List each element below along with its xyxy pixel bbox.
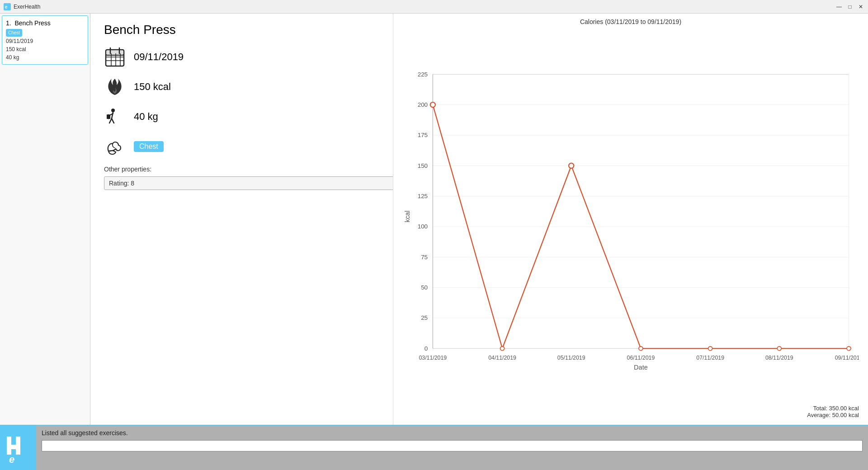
muscle-tag: Chest: [134, 141, 164, 152]
chart-total: Total: 350.00 kcal: [402, 405, 859, 412]
status-message-area: Listed all suggested exercises.: [36, 426, 868, 470]
app-logo: e: [0, 426, 36, 470]
detail-weight-value: 40 kg: [134, 111, 158, 123]
svg-point-53: [639, 347, 643, 351]
svg-text:150: 150: [418, 162, 428, 169]
detail-calories-row: 150 kcal: [104, 76, 379, 98]
svg-line-14: [112, 119, 114, 123]
window-controls[interactable]: — □ ✕: [835, 3, 864, 10]
chart-svg: 0 25 50 75 100 125 150 175 200 225 kcal …: [402, 30, 859, 403]
status-message: Listed all suggested exercises.: [42, 429, 863, 437]
svg-point-55: [777, 347, 781, 351]
sidebar-item-tag: Chest: [6, 29, 22, 37]
svg-text:225: 225: [418, 71, 428, 78]
other-properties-label: Other properties:: [104, 166, 379, 173]
svg-text:06/11/2019: 06/11/2019: [627, 355, 655, 361]
logo-svg: e: [5, 432, 32, 464]
sidebar-item-weight: 40 kg: [6, 53, 84, 62]
detail-muscle-row: Chest: [104, 136, 379, 157]
svg-text:125: 125: [418, 193, 428, 199]
chart-title: Calories (03/11/2019 to 09/11/2019): [402, 18, 859, 25]
svg-text:0: 0: [425, 345, 428, 352]
status-input[interactable]: [42, 440, 863, 451]
detail-calories-value: 150 kcal: [134, 81, 171, 93]
svg-text:100: 100: [418, 223, 428, 230]
status-bar: e Listed all suggested exercises.: [0, 425, 868, 470]
other-properties-input[interactable]: [104, 176, 393, 190]
svg-text:Date: Date: [634, 364, 648, 371]
detail-date-value: 09/11/2019: [134, 51, 184, 63]
detail-panel: Bench Press 09/11/2019: [90, 14, 393, 425]
svg-point-54: [708, 347, 712, 351]
detail-weight-row: 40 kg: [104, 106, 379, 128]
svg-text:200: 200: [418, 101, 428, 108]
svg-rect-18: [109, 114, 110, 119]
sidebar-item-number-name: 1. Bench Press: [6, 19, 84, 28]
calendar-icon: [104, 46, 126, 68]
svg-text:08/11/2019: 08/11/2019: [765, 355, 793, 361]
minimize-button[interactable]: —: [835, 3, 843, 10]
chart-stats: Total: 350.00 kcal Average: 50.00 kcal: [402, 403, 859, 420]
sidebar-item[interactable]: 1. Bench Press Chest 09/11/2019 150 kcal…: [2, 15, 88, 65]
close-button[interactable]: ✕: [857, 3, 864, 10]
svg-line-13: [109, 119, 112, 123]
svg-text:07/11/2019: 07/11/2019: [696, 355, 724, 361]
flame-icon: [104, 76, 126, 98]
chart-panel: Calories (03/11/2019 to 09/11/2019): [393, 14, 868, 425]
svg-text:kcal: kcal: [404, 211, 411, 223]
svg-point-51: [500, 347, 505, 351]
svg-text:175: 175: [418, 132, 428, 138]
svg-text:75: 75: [421, 254, 428, 261]
sidebar: 1. Bench Press Chest 09/11/2019 150 kcal…: [0, 14, 90, 425]
svg-point-52: [569, 163, 574, 168]
svg-text:05/11/2019: 05/11/2019: [557, 355, 585, 361]
app-icon: e: [4, 3, 11, 10]
svg-text:e: e: [9, 454, 14, 464]
svg-rect-59: [16, 437, 20, 455]
chart-area: 0 25 50 75 100 125 150 175 200 225 kcal …: [402, 30, 859, 403]
weightlifter-icon: [104, 106, 126, 128]
svg-text:50: 50: [421, 284, 428, 291]
svg-text:03/11/2019: 03/11/2019: [419, 355, 447, 361]
svg-text:25: 25: [421, 314, 428, 321]
maximize-button[interactable]: □: [846, 3, 854, 10]
svg-point-50: [430, 102, 435, 107]
title-bar: e ExerHealth — □ ✕: [0, 0, 868, 14]
svg-point-56: [847, 347, 851, 351]
muscle-icon: [104, 136, 126, 157]
svg-text:09/11/2019: 09/11/2019: [835, 355, 859, 361]
main-container: 1. Bench Press Chest 09/11/2019 150 kcal…: [0, 14, 868, 425]
detail-date-row: 09/11/2019: [104, 46, 379, 68]
svg-rect-3: [106, 50, 124, 55]
svg-rect-17: [107, 114, 108, 119]
detail-title: Bench Press: [104, 23, 379, 37]
sidebar-item-date: 09/11/2019: [6, 37, 84, 45]
svg-rect-19: [433, 74, 849, 348]
sidebar-item-kcal: 150 kcal: [6, 45, 84, 53]
svg-text:04/11/2019: 04/11/2019: [488, 355, 516, 361]
svg-text:e: e: [5, 5, 8, 9]
app-title: ExerHealth: [14, 4, 835, 10]
chart-average: Average: 50.00 kcal: [402, 412, 859, 418]
